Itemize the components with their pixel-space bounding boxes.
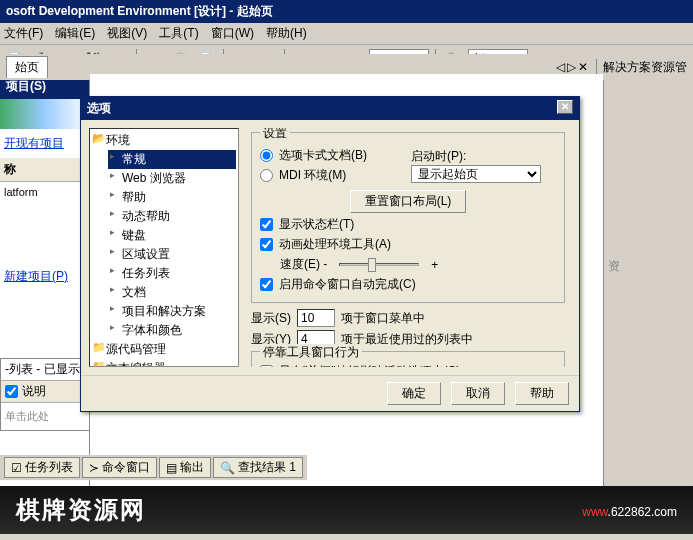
chk-statusbar-label: 显示状态栏(T) xyxy=(279,216,354,233)
chk-dock-close-label: 只有"关闭"按钮影响活动选项卡(C) xyxy=(279,363,460,367)
dialog-footer: 确定 取消 帮助 xyxy=(81,375,579,411)
list-label: -列表 - 已显示 xyxy=(1,359,89,381)
tree-region[interactable]: 区域设置 xyxy=(108,245,236,264)
options-tree[interactable]: 环境 常规 Web 浏览器 帮助 动态帮助 键盘 区域设置 任务列表 文档 项目… xyxy=(89,128,239,367)
cancel-button[interactable]: 取消 xyxy=(451,382,505,405)
description-panel: -列表 - 已显示 说明 单击此处 xyxy=(0,358,90,431)
menu-edit[interactable]: 编辑(E) xyxy=(55,25,95,42)
chk-autocomplete-label: 启用命令窗口自动完成(C) xyxy=(279,276,416,293)
dialog-title: 选项 xyxy=(87,100,111,117)
tasklist-icon: ☑ xyxy=(11,461,22,475)
tree-texteditor[interactable]: 文本编辑器 xyxy=(92,359,236,367)
right-panel: 资 xyxy=(603,74,693,504)
settings-legend: 设置 xyxy=(260,128,290,142)
watermark-footer: 棋牌资源网 www.622862.com xyxy=(0,486,693,534)
tab-prev-icon[interactable]: ◁ xyxy=(556,60,565,74)
app-titlebar: osoft Development Environment [设计] - 起始页 xyxy=(0,0,693,23)
settings-group: 设置 选项卡式文档(B) MDI 环境(M) 启动时(P): 显示起始页 重置窗… xyxy=(251,132,565,303)
menu-bar: 文件(F) 编辑(E) 视图(V) 工具(T) 窗口(W) 帮助(H) xyxy=(0,23,693,45)
tree-environment[interactable]: 环境 xyxy=(92,131,236,150)
tree-fontcolor[interactable]: 字体和颜色 xyxy=(108,321,236,340)
tab-next-icon[interactable]: ▷ xyxy=(567,60,576,74)
menu-tools[interactable]: 工具(T) xyxy=(159,25,198,42)
recent-project-row[interactable]: latform xyxy=(0,182,89,202)
menu-window[interactable]: 窗口(W) xyxy=(211,25,254,42)
radio-tabbed[interactable] xyxy=(260,149,273,162)
tree-projsol[interactable]: 项目和解决方案 xyxy=(108,302,236,321)
speed-label: 速度(E) - xyxy=(280,256,327,273)
menu-file[interactable]: 文件(F) xyxy=(4,25,43,42)
tab-output[interactable]: ▤输出 xyxy=(159,457,211,478)
new-project-link[interactable]: 新建项目(P) xyxy=(0,262,89,291)
tree-general[interactable]: 常规 xyxy=(108,150,236,169)
chk-statusbar[interactable] xyxy=(260,218,273,231)
tree-srcctl[interactable]: 源代码管理 xyxy=(92,340,236,359)
dialog-titlebar: 选项 ✕ xyxy=(81,97,579,120)
output-icon: ▤ xyxy=(166,461,177,475)
name-header: 称 xyxy=(0,158,89,182)
chk-anim[interactable] xyxy=(260,238,273,251)
tree-dynhelp[interactable]: 动态帮助 xyxy=(108,207,236,226)
chk-dock-close[interactable] xyxy=(260,365,273,367)
bottom-tabs: ☑任务列表 ≻命令窗口 ▤输出 🔍查找结果 1 xyxy=(0,455,307,480)
tree-help[interactable]: 帮助 xyxy=(108,188,236,207)
description-checkbox[interactable] xyxy=(5,385,18,398)
radio-tabbed-label: 选项卡式文档(B) xyxy=(279,147,367,164)
startup-select[interactable]: 显示起始页 xyxy=(411,165,541,183)
startup-label: 启动时(P): xyxy=(411,148,556,165)
tree-web[interactable]: Web 浏览器 xyxy=(108,169,236,188)
tab-tasklist[interactable]: ☑任务列表 xyxy=(4,457,80,478)
settings-pane: 设置 选项卡式文档(B) MDI 环境(M) 启动时(P): 显示起始页 重置窗… xyxy=(245,128,571,367)
ok-button[interactable]: 确定 xyxy=(387,382,441,405)
cmdwin-icon: ≻ xyxy=(89,461,99,475)
placeholder-text: 资 xyxy=(608,258,689,275)
show-s-input[interactable] xyxy=(297,309,335,327)
tree-keyboard[interactable]: 键盘 xyxy=(108,226,236,245)
speed-slider[interactable] xyxy=(339,263,419,266)
open-project-link[interactable]: 开现有项目 xyxy=(0,129,89,158)
help-button[interactable]: 帮助 xyxy=(515,382,569,405)
radio-mdi[interactable] xyxy=(260,169,273,182)
options-dialog: 选项 ✕ 环境 常规 Web 浏览器 帮助 动态帮助 键盘 区域设置 任务列表 … xyxy=(80,96,580,412)
description-label: 说明 xyxy=(22,383,46,400)
speed-plus: + xyxy=(431,258,438,272)
dock-legend: 停靠工具窗口行为 xyxy=(260,344,362,361)
chk-autocomplete[interactable] xyxy=(260,278,273,291)
reset-layout-button[interactable]: 重置窗口布局(L) xyxy=(350,190,467,213)
brand-name: 棋牌资源网 xyxy=(16,494,146,526)
tab-close-icon[interactable]: ✕ xyxy=(578,60,588,74)
menu-view[interactable]: 视图(V) xyxy=(107,25,147,42)
show-s-suffix: 项于窗口菜单中 xyxy=(341,310,425,327)
solution-explorer-title: 解决方案资源管 xyxy=(596,59,687,76)
tree-tasklist[interactable]: 任务列表 xyxy=(108,264,236,283)
close-icon[interactable]: ✕ xyxy=(557,100,573,114)
description-header: 说明 xyxy=(1,381,89,403)
radio-mdi-label: MDI 环境(M) xyxy=(279,167,346,184)
show-s-label: 显示(S) xyxy=(251,310,291,327)
chk-anim-label: 动画处理环境工具(A) xyxy=(279,236,391,253)
find-icon: 🔍 xyxy=(220,461,235,475)
tab-findres[interactable]: 🔍查找结果 1 xyxy=(213,457,303,478)
tab-cmdwin[interactable]: ≻命令窗口 xyxy=(82,457,157,478)
start-page-panel: 项目(S) 开现有项目 称 latform 新建项目(P) xyxy=(0,74,90,504)
description-body: 单击此处 xyxy=(1,403,89,430)
tree-docs[interactable]: 文档 xyxy=(108,283,236,302)
tab-start-page[interactable]: 始页 xyxy=(6,56,48,78)
menu-help[interactable]: 帮助(H) xyxy=(266,25,307,42)
brand-url: www.622862.com xyxy=(582,500,677,521)
banner-graphic xyxy=(0,99,89,129)
dock-group: 停靠工具窗口行为 只有"关闭"按钮影响活动选项卡(C) 只有"自动隐藏"按钮影响… xyxy=(251,351,565,367)
